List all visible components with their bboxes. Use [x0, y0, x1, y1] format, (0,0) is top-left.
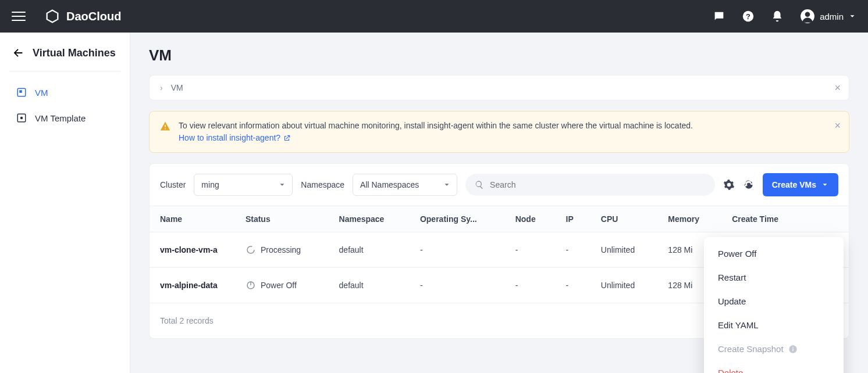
col-memory[interactable]: Memory	[657, 206, 721, 232]
warning-icon	[160, 121, 170, 131]
menu-restart[interactable]: Restart	[704, 266, 844, 289]
col-name[interactable]: Name	[150, 206, 235, 232]
search-input-wrap[interactable]	[465, 174, 715, 196]
table-toolbar: Cluster ming Namespace All Namespaces	[150, 164, 849, 206]
external-link-icon	[283, 134, 291, 142]
alert-close-icon[interactable]: ×	[834, 120, 841, 132]
menu-delete[interactable]: Delete	[704, 361, 844, 373]
template-icon	[16, 113, 27, 123]
cell-os: -	[410, 268, 505, 303]
col-ip[interactable]: IP	[556, 206, 590, 232]
cluster-label: Cluster	[160, 180, 186, 189]
cell-ns: default	[329, 232, 410, 268]
col-node[interactable]: Node	[505, 206, 556, 232]
menu-toggle-icon[interactable]	[12, 9, 26, 23]
total-records: Total 2 records	[160, 316, 214, 325]
col-create-time[interactable]: Create Time	[721, 206, 809, 232]
search-input[interactable]	[490, 180, 706, 189]
row-actions-menu: Power Off Restart Update Edit YAML Creat…	[704, 237, 844, 373]
chevron-down-icon	[278, 181, 286, 189]
cell-ns: default	[329, 268, 410, 303]
sidebar-item-vm-template[interactable]: VM Template	[9, 105, 120, 131]
sidebar-item-vm[interactable]: VM	[9, 80, 120, 105]
user-menu[interactable]: admin	[800, 9, 856, 24]
namespace-select[interactable]: All Namespaces	[353, 174, 457, 196]
col-cpu[interactable]: CPU	[590, 206, 658, 232]
search-icon	[475, 180, 484, 189]
refresh-icon[interactable]	[743, 179, 755, 191]
chat-icon[interactable]	[713, 10, 725, 23]
info-icon	[788, 345, 798, 354]
col-status[interactable]: Status	[235, 206, 329, 232]
processing-icon	[246, 245, 256, 255]
cell-ip: -	[556, 268, 590, 303]
chevron-down-icon	[848, 12, 856, 20]
menu-update[interactable]: Update	[704, 289, 844, 313]
alert-link[interactable]: How to install insight-agent?	[179, 132, 291, 144]
chevron-down-icon	[443, 181, 451, 189]
page-title: VM	[149, 46, 849, 64]
cell-name[interactable]: vm-clone-vm-a	[150, 232, 235, 268]
menu-create-snapshot: Create Snapshot	[704, 337, 844, 361]
alert-text: To view relevant information about virtu…	[179, 121, 693, 130]
cell-node: -	[505, 268, 556, 303]
menu-edit-yaml[interactable]: Edit YAML	[704, 313, 844, 337]
svg-rect-5	[19, 90, 22, 93]
brand[interactable]: DaoCloud	[44, 8, 121, 24]
help-icon[interactable]: ?	[742, 10, 755, 23]
sidebar-item-label: VM	[35, 88, 48, 98]
svg-point-7	[20, 117, 23, 120]
svg-point-3	[805, 12, 810, 17]
sidebar-title: Virtual Machines	[33, 47, 116, 59]
chevron-right-icon: ›	[160, 83, 163, 92]
svg-rect-18	[792, 348, 793, 351]
cell-node: -	[505, 232, 556, 268]
power-off-icon	[246, 280, 256, 290]
cell-ip: -	[556, 232, 590, 268]
bell-icon[interactable]	[771, 10, 784, 23]
close-icon[interactable]: ×	[834, 82, 841, 94]
cell-cpu: Unlimited	[590, 268, 658, 303]
user-name: admin	[820, 12, 844, 21]
menu-power-off[interactable]: Power Off	[704, 242, 844, 266]
cell-status: Processing	[235, 232, 329, 268]
namespace-label: Namespace	[301, 180, 344, 189]
info-alert: To view relevant information about virtu…	[149, 111, 849, 153]
cell-cpu: Unlimited	[590, 232, 658, 268]
cell-status: Power Off	[235, 268, 329, 303]
gear-icon[interactable]	[723, 179, 735, 191]
cell-os: -	[410, 232, 505, 268]
topbar: DaoCloud ? admin	[0, 0, 868, 33]
avatar-icon	[800, 9, 815, 24]
breadcrumb-item[interactable]: VM	[171, 83, 183, 92]
sidebar: Virtual Machines VM VM Template	[0, 33, 130, 373]
col-namespace[interactable]: Namespace	[329, 206, 410, 232]
sidebar-header: Virtual Machines	[9, 46, 120, 71]
brand-text: DaoCloud	[66, 10, 121, 23]
vm-icon	[16, 87, 27, 98]
back-arrow-icon[interactable]	[12, 46, 24, 59]
brand-logo-icon	[44, 8, 61, 24]
breadcrumb: › VM ×	[149, 75, 849, 101]
col-os[interactable]: Operating Sy...	[410, 206, 505, 232]
cluster-select[interactable]: ming	[194, 174, 293, 196]
svg-rect-19	[792, 347, 793, 347]
svg-text:?: ?	[746, 12, 750, 21]
chevron-down-icon	[821, 181, 829, 189]
cell-name[interactable]: vm-alpine-data	[150, 268, 235, 303]
table-header-row: Name Status Namespace Operating Sy... No…	[150, 206, 849, 232]
sidebar-item-label: VM Template	[35, 113, 86, 123]
create-vm-button[interactable]: Create VMs	[763, 173, 838, 196]
svg-point-8	[247, 246, 254, 253]
